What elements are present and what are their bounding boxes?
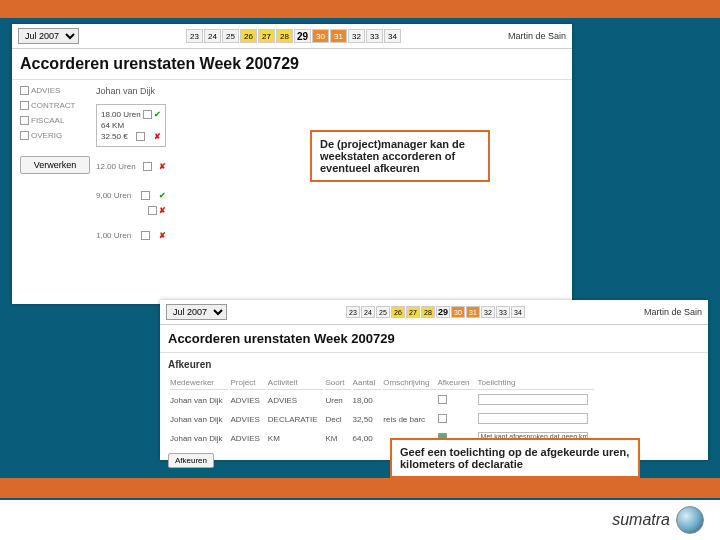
- category-item[interactable]: FISCAAL: [20, 116, 90, 125]
- month-select[interactable]: Jul 2007: [18, 28, 79, 44]
- panel-header: Jul 2007 23 24 25 26 27 28 29 30 31 32 3…: [12, 24, 572, 49]
- callout-2: Geef een toelichting op de afgekeurde ur…: [390, 438, 640, 478]
- approve-icon[interactable]: ✔: [154, 110, 161, 119]
- day-cell[interactable]: 26: [391, 306, 405, 318]
- checkbox-icon[interactable]: [136, 132, 145, 141]
- cell: KM: [268, 430, 324, 447]
- day-cell[interactable]: 24: [361, 306, 375, 318]
- checkbox-icon[interactable]: [148, 206, 157, 215]
- category-label: OVERIG: [31, 131, 62, 140]
- top-accent-bar: [0, 0, 720, 18]
- day-cell[interactable]: 27: [406, 306, 420, 318]
- checkbox-icon[interactable]: [141, 231, 150, 240]
- day-cell[interactable]: 32: [348, 29, 365, 43]
- category-item[interactable]: OVERIG: [20, 131, 90, 140]
- process-button[interactable]: Verwerken: [20, 156, 90, 174]
- reject-checkbox[interactable]: [438, 414, 447, 423]
- day-strip: 23 24 25 26 27 28 29 30 31 32 33 34: [346, 306, 525, 318]
- bottom-accent-bar: [0, 478, 720, 498]
- cell: Johan van Dijk: [170, 392, 228, 409]
- cell: Uren: [325, 392, 350, 409]
- reject-button[interactable]: Afkeuren: [168, 453, 214, 468]
- category-item[interactable]: ADVIES: [20, 86, 90, 95]
- day-cell[interactable]: 27: [258, 29, 275, 43]
- reject-panel: Jul 2007 23 24 25 26 27 28 29 30 31 32 3…: [160, 300, 708, 460]
- reject-icon[interactable]: ✘: [159, 231, 166, 240]
- day-cell[interactable]: 23: [186, 29, 203, 43]
- cell: ADVIES: [230, 411, 265, 428]
- checkbox-icon[interactable]: [20, 116, 29, 125]
- current-user: Martin de Sain: [508, 31, 566, 41]
- footer: sumatra: [0, 500, 720, 540]
- col-activiteit: Activiteit: [268, 376, 324, 390]
- reject-icon[interactable]: ✘: [154, 132, 161, 141]
- day-cell[interactable]: 33: [366, 29, 383, 43]
- day-cell-current[interactable]: 29: [294, 29, 311, 43]
- toelichting-input[interactable]: [478, 413, 588, 424]
- col-omschrijving: Omschrijving: [383, 376, 435, 390]
- cell: Johan van Dijk: [170, 430, 228, 447]
- col-toelichting: Toelichting: [478, 376, 594, 390]
- day-cell[interactable]: 31: [466, 306, 480, 318]
- day-cell[interactable]: 34: [511, 306, 525, 318]
- day-strip: 23 24 25 26 27 28 29 30 31 32 33 34: [186, 29, 401, 43]
- cell: KM: [325, 430, 350, 447]
- person-summary: Johan van Dijk 18.00 Uren✔ 64 KM 32.50 €…: [96, 86, 166, 241]
- hours-line: 9,00 Uren: [96, 191, 131, 200]
- hours-line: 1,00 Uren: [96, 231, 131, 240]
- day-cell[interactable]: 30: [312, 29, 329, 43]
- day-cell[interactable]: 33: [496, 306, 510, 318]
- cell: 64,00: [353, 430, 382, 447]
- cell: 32,50: [353, 411, 382, 428]
- reject-icon[interactable]: ✘: [159, 162, 166, 171]
- callout-1: De (project)manager kan de weekstaten ac…: [310, 130, 490, 182]
- day-cell[interactable]: 26: [240, 29, 257, 43]
- col-soort: Soort: [325, 376, 350, 390]
- col-afkeuren: Afkeuren: [438, 376, 476, 390]
- day-cell[interactable]: 28: [421, 306, 435, 318]
- logo: sumatra: [612, 506, 704, 534]
- cell: ADVIES: [268, 392, 324, 409]
- checkbox-icon[interactable]: [20, 101, 29, 110]
- day-cell[interactable]: 25: [222, 29, 239, 43]
- reject-icon[interactable]: ✘: [159, 206, 166, 215]
- checkbox-icon[interactable]: [143, 162, 152, 171]
- day-cell[interactable]: 24: [204, 29, 221, 43]
- checkbox-icon[interactable]: [141, 191, 150, 200]
- hours-line: 12.00 Uren: [96, 162, 136, 171]
- stat-hours: 18.00 Uren: [101, 110, 141, 119]
- checkbox-icon[interactable]: [20, 86, 29, 95]
- day-cell-current[interactable]: 29: [436, 306, 450, 318]
- approve-icon[interactable]: ✔: [159, 191, 166, 200]
- toelichting-input[interactable]: [478, 394, 588, 405]
- category-label: ADVIES: [31, 86, 60, 95]
- page-title: Accorderen urenstaten Week 200729: [160, 325, 708, 353]
- page-title: Accorderen urenstaten Week 200729: [12, 49, 572, 80]
- col-project: Project: [230, 376, 265, 390]
- stat-eur: 32.50 €: [101, 132, 128, 141]
- cell: ADVIES: [230, 430, 265, 447]
- subtitle: Afkeuren: [168, 359, 700, 370]
- day-cell[interactable]: 25: [376, 306, 390, 318]
- day-cell[interactable]: 31: [330, 29, 347, 43]
- table-row: Johan van Dijk ADVIES ADVIES Uren 18,00: [170, 392, 594, 409]
- day-cell[interactable]: 34: [384, 29, 401, 43]
- reject-checkbox[interactable]: [438, 395, 447, 404]
- month-select[interactable]: Jul 2007: [166, 304, 227, 320]
- cell: Johan van Dijk: [170, 411, 228, 428]
- col-aantal: Aantal: [353, 376, 382, 390]
- cell: reis de barc: [383, 411, 435, 428]
- checkbox-icon[interactable]: [20, 131, 29, 140]
- day-cell[interactable]: 32: [481, 306, 495, 318]
- category-item[interactable]: CONTRACT: [20, 101, 90, 110]
- summary-box: 18.00 Uren✔ 64 KM 32.50 €✘: [96, 104, 166, 147]
- panel-header: Jul 2007 23 24 25 26 27 28 29 30 31 32 3…: [160, 300, 708, 325]
- person-name: Johan van Dijk: [96, 86, 166, 96]
- stat-km: 64 KM: [101, 121, 124, 130]
- day-cell[interactable]: 30: [451, 306, 465, 318]
- day-cell[interactable]: 28: [276, 29, 293, 43]
- day-cell[interactable]: 23: [346, 306, 360, 318]
- logo-text: sumatra: [612, 511, 670, 529]
- checkbox-icon[interactable]: [143, 110, 152, 119]
- globe-icon: [676, 506, 704, 534]
